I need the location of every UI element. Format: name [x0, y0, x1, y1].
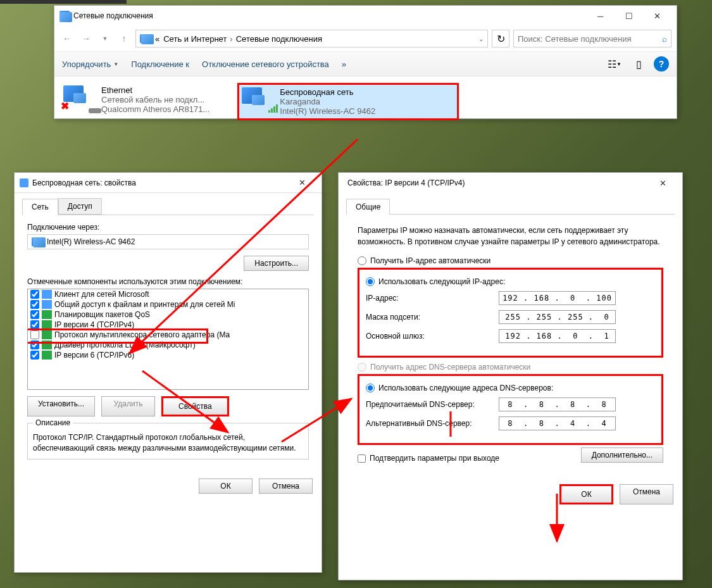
- more-commands[interactable]: »: [342, 59, 346, 69]
- minimize-button[interactable]: ─: [586, 7, 615, 25]
- mask-label: Маска подсети:: [366, 313, 499, 322]
- dropdown-icon[interactable]: ⌄: [478, 35, 484, 42]
- gateway-input[interactable]: [499, 329, 616, 343]
- tab-network[interactable]: Сеть: [22, 199, 58, 215]
- ipv4-properties-dialog: Свойства: IP версии 4 (TCP/IPv4) ✕ Общие…: [338, 172, 683, 580]
- network-adapter-icon: [20, 178, 28, 187]
- list-item: Общий доступ к файлам и принтерам для се…: [28, 299, 308, 310]
- ipv6-icon: [42, 351, 52, 360]
- dialog-title: Беспроводная сеть: свойства: [28, 178, 288, 187]
- conn-name: Ethernet: [101, 85, 209, 95]
- breadcrumb-prefix: «: [155, 34, 159, 44]
- dns1-input[interactable]: [499, 397, 616, 411]
- titlebar[interactable]: Беспроводная сеть: свойства ✕: [15, 173, 322, 193]
- view-options-button[interactable]: ☷▼: [606, 56, 623, 72]
- connect-button[interactable]: Подключение к: [131, 59, 189, 69]
- close-button[interactable]: ✕: [649, 174, 677, 192]
- lldp-icon: [42, 341, 52, 349]
- conn-network: Karaganda: [280, 97, 375, 106]
- connection-ethernet[interactable]: ✖ Ethernet Сетевой кабель не подкл... Qu…: [61, 83, 212, 120]
- static-ip-group: Использовать следующий IP-адрес: IP-адре…: [358, 268, 663, 358]
- list-item: Драйвер протокола LLDP (Майкрософт): [28, 340, 308, 350]
- list-item: Протокол мультиплексора сетевого адаптер…: [28, 330, 308, 340]
- conn-adapter: Qualcomm Atheros AR8171...: [101, 104, 209, 114]
- static-dns-group: Использовать следующие адреса DNS-сервер…: [358, 374, 663, 445]
- breadcrumb-2[interactable]: Сетевые подключения: [236, 34, 322, 44]
- disconnected-icon: ✖: [61, 100, 69, 112]
- list-item: IP версии 6 (TCP/IPv6): [28, 350, 308, 360]
- cancel-button[interactable]: Отмена: [620, 484, 673, 504]
- tab-access[interactable]: Доступ: [58, 198, 102, 215]
- conn-adapter: Intel(R) Wireless-AC 9462: [280, 106, 375, 116]
- list-item: Клиент для сетей Microsoft: [28, 289, 308, 299]
- titlebar[interactable]: Свойства: IP версии 4 (TCP/IPv4) ✕: [339, 173, 682, 193]
- search-icon[interactable]: ⌕: [662, 34, 667, 44]
- up-button[interactable]: ↑: [116, 31, 132, 46]
- client-icon: [42, 290, 52, 299]
- share-icon: [42, 300, 52, 309]
- ipv4-icon: [42, 320, 52, 329]
- components-label: Отмеченные компоненты используются этим …: [27, 277, 309, 286]
- preview-pane-button[interactable]: ▯: [630, 56, 647, 72]
- maximize-button[interactable]: ☐: [615, 7, 643, 25]
- advanced-button[interactable]: Дополнительно...: [581, 447, 663, 463]
- radio-auto-ip[interactable]: Получить IP-адрес автоматически: [358, 256, 663, 265]
- ip-label: IP-адрес:: [366, 294, 499, 303]
- wireless-properties-dialog: Беспроводная сеть: свойства ✕ Сеть Досту…: [14, 172, 322, 573]
- back-button[interactable]: ←: [59, 31, 75, 46]
- close-button[interactable]: ✕: [288, 174, 316, 192]
- chevron-icon: ›: [230, 34, 232, 44]
- connect-via-label: Подключение через:: [27, 223, 309, 232]
- organize-button[interactable]: Упорядочить▼: [62, 59, 118, 69]
- recent-button[interactable]: ▼: [97, 31, 113, 46]
- dns1-label: Предпочитаемый DNS-сервер:: [366, 400, 499, 409]
- components-listbox[interactable]: Клиент для сетей Microsoft Общий доступ …: [27, 289, 309, 390]
- adapter-icon: [32, 237, 43, 246]
- gateway-label: Основной шлюз:: [366, 332, 499, 341]
- ip-input[interactable]: [499, 291, 616, 305]
- radio-use-dns[interactable]: Использовать следующие адреса DNS-сервер…: [366, 384, 655, 392]
- network-icon: [59, 11, 70, 21]
- mux-icon: [42, 330, 52, 339]
- connection-wifi[interactable]: Беспроводная сеть Karaganda Intel(R) Wir…: [237, 83, 459, 120]
- dns2-input[interactable]: [499, 416, 616, 430]
- toolbar: Упорядочить▼ Подключение к Отключение се…: [54, 51, 677, 77]
- adapter-name: Intel(R) Wireless-AC 9462: [47, 237, 135, 246]
- list-item: Планировщик пакетов QoS: [28, 310, 308, 320]
- path-icon: [140, 34, 151, 43]
- adapter-display: Intel(R) Wireless-AC 9462: [27, 234, 309, 249]
- install-button[interactable]: Установить...: [27, 396, 95, 416]
- configure-button[interactable]: Настроить...: [244, 256, 309, 271]
- tab-general[interactable]: Общие: [346, 199, 390, 215]
- forward-button[interactable]: →: [78, 31, 94, 46]
- mask-input[interactable]: [499, 310, 616, 324]
- radio-use-ip[interactable]: Использовать следующий IP-адрес:: [366, 277, 655, 286]
- signal-icon: [268, 103, 278, 113]
- ok-button[interactable]: ОК: [199, 479, 253, 494]
- description-title: Описание: [33, 418, 73, 427]
- help-button[interactable]: ?: [654, 56, 669, 72]
- search-input[interactable]: [518, 34, 662, 44]
- uninstall-button: Удалить: [101, 396, 155, 416]
- window-title: Сетевые подключения: [70, 11, 586, 20]
- cancel-button[interactable]: Отмена: [259, 479, 313, 494]
- qos-icon: [42, 310, 52, 319]
- conn-status: Сетевой кабель не подкл...: [101, 95, 209, 104]
- list-item-ipv4: IP версии 4 (TCP/IPv4): [28, 320, 308, 330]
- breadcrumb-1[interactable]: Сеть и Интернет: [163, 34, 227, 44]
- address-bar[interactable]: « Сеть и Интернет › Сетевые подключения …: [135, 30, 488, 47]
- dialog-title: Свойства: IP версии 4 (TCP/IPv4): [344, 178, 649, 187]
- search-box[interactable]: ⌕: [513, 30, 671, 47]
- properties-button[interactable]: Свойства: [161, 396, 229, 416]
- taskbar-fragment: [0, 0, 127, 4]
- disable-device-button[interactable]: Отключение сетевого устройства: [202, 59, 329, 69]
- description-text: Протокол TCP/IP. Стандартный протокол гл…: [33, 432, 303, 454]
- conn-name: Беспроводная сеть: [280, 87, 375, 97]
- close-button[interactable]: ✕: [643, 7, 671, 25]
- dns2-label: Альтернативный DNS-сервер:: [366, 419, 499, 428]
- network-connections-window: Сетевые подключения ─ ☐ ✕ ← → ▼ ↑ « Сеть…: [54, 5, 677, 119]
- ok-button[interactable]: ОК: [559, 484, 613, 504]
- refresh-button[interactable]: ↻: [492, 30, 509, 47]
- titlebar[interactable]: Сетевые подключения ─ ☐ ✕: [54, 6, 677, 26]
- intro-text: Параметры IP можно назначать автоматичес…: [358, 225, 663, 247]
